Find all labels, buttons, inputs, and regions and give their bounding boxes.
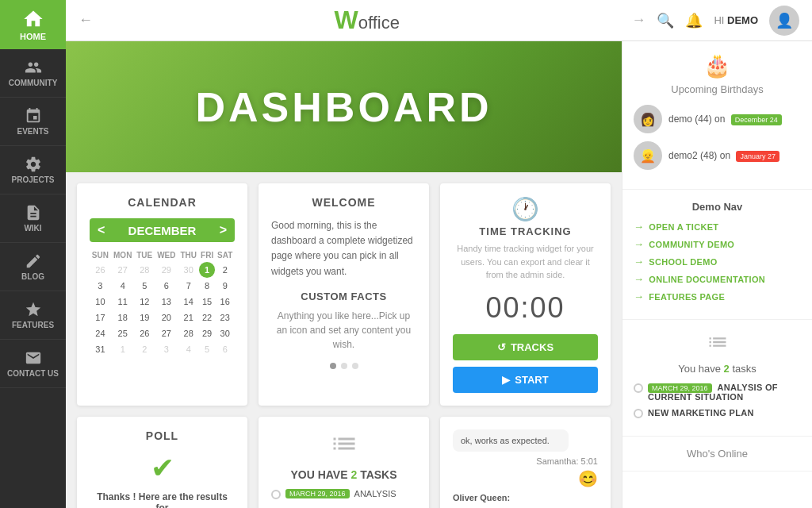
dashboard-title: DASHBOARD <box>196 83 492 131</box>
cal-day[interactable]: 27 <box>111 262 135 278</box>
cal-day[interactable]: 25 <box>111 325 135 341</box>
cal-day[interactable]: 24 <box>90 325 111 341</box>
tasks-count: 2 <box>350 468 357 481</box>
cal-day[interactable]: 16 <box>215 294 235 310</box>
nav-link-label: FEATURES PAGE <box>649 292 725 302</box>
cal-day[interactable]: 23 <box>215 310 235 325</box>
cal-day[interactable]: 5 <box>135 278 155 294</box>
cal-day[interactable]: 9 <box>215 278 235 294</box>
sidebar-features-label: FEATURES <box>12 321 54 329</box>
sidebar-home-item[interactable]: HOME <box>0 0 66 49</box>
cal-day[interactable]: 26 <box>90 262 111 278</box>
cal-day[interactable]: 6 <box>215 341 235 357</box>
cal-day[interactable]: 1 <box>111 341 135 357</box>
sidebar-item-contact[interactable]: CONTACT US <box>0 340 66 388</box>
cal-day[interactable]: 7 <box>178 278 199 294</box>
cal-day[interactable]: 26 <box>135 325 155 341</box>
calendar-widget: CALENDAR < DECEMBER > SUN MON TUE WED <box>77 183 247 406</box>
cal-day[interactable]: 4 <box>111 278 135 294</box>
cal-day[interactable]: 19 <box>135 310 155 325</box>
sidebar-item-features[interactable]: FEATURES <box>0 291 66 340</box>
cal-dow-sat: SAT <box>215 248 235 262</box>
cal-day[interactable]: 31 <box>90 341 111 357</box>
sidebar-projects-label: PROJECTS <box>12 175 55 184</box>
cal-dow-mon: MON <box>111 248 135 262</box>
sidebar-item-projects[interactable]: PROJECTS <box>0 146 66 194</box>
birthday-info-2: demo2 (48) on January 27 <box>668 150 779 162</box>
cal-day[interactable]: 2 <box>215 262 235 278</box>
cal-day[interactable]: 12 <box>135 294 155 310</box>
nav-link-school[interactable]: → SCHOOL DEMO <box>634 256 801 267</box>
bell-icon[interactable]: 🔔 <box>685 12 703 29</box>
cal-day[interactable]: 3 <box>155 341 178 357</box>
calendar-next[interactable]: > <box>220 223 227 237</box>
birthday-icon: 🎂 <box>634 52 801 79</box>
cal-week-3: 10 11 12 13 14 15 16 <box>90 294 235 310</box>
cal-day[interactable]: 3 <box>90 278 111 294</box>
cal-day[interactable]: 30 <box>178 262 199 278</box>
cal-day[interactable]: 14 <box>178 294 199 310</box>
back-button[interactable]: ← <box>79 12 93 29</box>
user-avatar[interactable]: 👤 <box>769 6 799 36</box>
cal-day[interactable]: 21 <box>178 310 199 325</box>
sidebar-item-blog[interactable]: BLOG <box>0 243 66 291</box>
cal-day[interactable]: 5 <box>199 341 216 357</box>
cal-day[interactable]: 27 <box>155 325 178 341</box>
calendar-prev[interactable]: < <box>98 223 105 237</box>
events-icon <box>25 107 42 125</box>
cal-day[interactable]: 20 <box>155 310 178 325</box>
cal-day[interactable]: 2 <box>135 341 155 357</box>
cal-day[interactable]: 30 <box>215 325 235 341</box>
nav-link-features[interactable]: → FEATURES PAGE <box>634 291 801 302</box>
cal-day[interactable]: 17 <box>90 310 111 325</box>
sidebar-blog-label: BLOG <box>21 272 44 281</box>
sidebar-item-events[interactable]: EVENTS <box>0 98 66 146</box>
nav-link-docs[interactable]: → ONLINE DOCUMENTATION <box>634 273 801 285</box>
forward-icon[interactable]: → <box>631 12 645 29</box>
sidebar-item-community[interactable]: COMMUNITY <box>0 49 66 98</box>
cal-day[interactable]: 10 <box>90 294 111 310</box>
cal-day[interactable]: 8 <box>199 278 216 294</box>
nav-arrow-icon: → <box>634 238 644 250</box>
search-icon[interactable]: 🔍 <box>657 12 674 29</box>
cal-day[interactable]: 29 <box>199 325 216 341</box>
task-circle <box>271 490 281 499</box>
dot-1[interactable] <box>330 363 336 369</box>
welcome-title: WELCOME <box>271 196 416 209</box>
tracks-button[interactable]: ↺ TRACKS <box>453 334 598 360</box>
cal-dow-fri: FRI <box>199 248 216 262</box>
cal-day[interactable]: 29 <box>155 262 178 278</box>
nav-link-community[interactable]: → COMMUNITY DEMO <box>634 238 801 250</box>
topbar-icons: → 🔍 🔔 <box>631 12 703 29</box>
nav-link-ticket[interactable]: → OPEN A TICKET <box>634 221 801 233</box>
birthday-name-2: demo2 (48) <box>668 150 717 161</box>
time-tracking-widget: 🕐 TIME TRACKING Handy time tracking widg… <box>440 183 611 406</box>
welcome-widget: WELCOME Good morning, this is the dashbo… <box>259 183 429 406</box>
cal-day[interactable]: 28 <box>178 325 199 341</box>
cal-day[interactable]: 13 <box>155 294 178 310</box>
cal-day-today[interactable]: 1 <box>199 262 216 278</box>
sidebar-item-wiki[interactable]: WIKI <box>0 194 66 243</box>
dot-2[interactable] <box>341 363 347 369</box>
cal-day[interactable]: 6 <box>155 278 178 294</box>
start-button[interactable]: ▶ START <box>453 367 598 393</box>
cal-week-6: 31 1 2 3 4 5 6 <box>90 341 235 357</box>
wiki-icon <box>25 204 42 221</box>
cal-day[interactable]: 15 <box>199 294 216 310</box>
dot-3[interactable] <box>352 363 358 369</box>
cal-day[interactable]: 11 <box>111 294 135 310</box>
welcome-text: Good morning, this is the dashboard a co… <box>271 218 416 279</box>
cal-day[interactable]: 28 <box>135 262 155 278</box>
cal-dow-tue: TUE <box>135 248 155 262</box>
rp-tasks-number: 2 <box>724 363 730 375</box>
you-have-tasks-widget: YOU HAVE 2 TASKS MARCH 29, 2016 ANALYSIS <box>259 417 429 509</box>
calendar-month: DECEMBER <box>128 224 197 237</box>
cal-day[interactable]: 4 <box>178 341 199 357</box>
custom-facts-text: Anything you like here...Pick up an icon… <box>271 309 416 352</box>
birthday-date-badge-1: December 24 <box>731 114 782 125</box>
chat-widget: ok, works as expected. Samantha: 5:01 😊 … <box>440 417 611 509</box>
cal-day[interactable]: 22 <box>199 310 216 325</box>
cal-day[interactable]: 18 <box>111 310 135 325</box>
who-online-title: Who's Online <box>634 448 801 460</box>
birthday-date-badge-2: January 27 <box>736 151 779 162</box>
